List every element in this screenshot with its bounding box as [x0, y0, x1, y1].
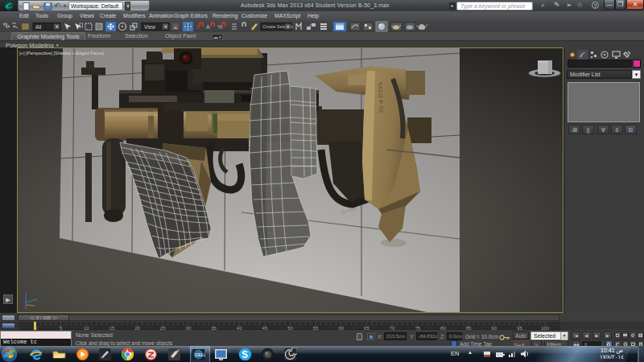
svg-text:DELL: DELL	[195, 352, 205, 357]
svg-text:3: 3	[196, 24, 199, 30]
svg-text:[+] [Perspective] [Shaded + Ed: [+] [Perspective] [Shaded + Edged Faces]	[19, 51, 105, 56]
svg-text:SACO P-50: SACO P-50	[378, 82, 384, 113]
svg-text:A: A	[206, 24, 210, 30]
svg-text:▼: ▼	[55, 24, 59, 29]
svg-text:▼: ▼	[286, 24, 290, 29]
svg-text:All: All	[35, 24, 42, 30]
svg-text:▼: ▼	[163, 24, 167, 29]
svg-text:View: View	[144, 24, 155, 30]
